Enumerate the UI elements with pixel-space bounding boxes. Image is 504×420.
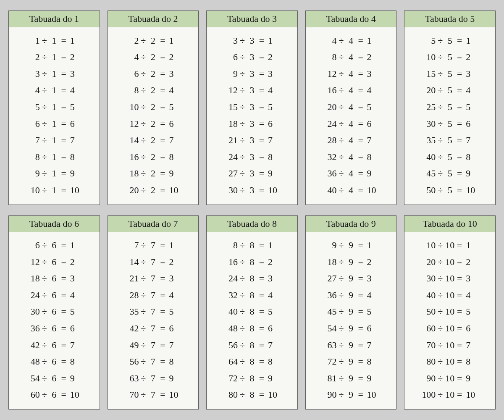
divisor: 6 (49, 240, 59, 251)
table-row: 6÷2=3 (114, 68, 193, 79)
quotient: 6 (68, 118, 83, 129)
table-row: 16÷8=2 (213, 257, 291, 268)
equals-sign: = (158, 168, 167, 179)
quotient: 6 (365, 323, 380, 334)
equals-sign: = (356, 340, 365, 351)
division-sign: ÷ (139, 240, 148, 251)
division-sign: ÷ (238, 340, 247, 351)
quotient: 4 (365, 85, 380, 96)
quotient: 5 (68, 102, 83, 113)
quotient: 8 (464, 356, 478, 367)
division-sign: ÷ (436, 185, 445, 196)
divisor: 3 (247, 52, 257, 63)
divisor: 10 (445, 306, 455, 317)
division-sign: ÷ (139, 323, 148, 334)
divisor: 9 (346, 356, 356, 367)
table-row: 40÷8=5 (213, 306, 291, 317)
dividend: 8 (124, 85, 139, 96)
dividend: 63 (124, 373, 139, 384)
equals-sign: = (257, 118, 266, 129)
equals-sign: = (455, 373, 464, 384)
divisor: 6 (49, 373, 59, 384)
dividend: 50 (421, 306, 436, 317)
table-row: 27÷3=9 (213, 168, 291, 179)
quotient: 4 (167, 85, 181, 96)
equals-sign: = (59, 185, 68, 196)
table-row: 8÷2=4 (114, 85, 193, 96)
table-row: 24÷3=8 (213, 152, 291, 163)
divisor: 7 (148, 323, 158, 334)
table-title: Tabuada do 3 (207, 11, 297, 27)
divisor: 1 (49, 168, 59, 179)
table-row: 18÷6=3 (15, 273, 94, 284)
quotient: 2 (365, 257, 380, 268)
divisor: 10 (445, 340, 455, 351)
table-row: 1÷1=1 (15, 35, 94, 46)
table-row: 14÷7=2 (114, 257, 193, 268)
equals-sign: = (158, 389, 167, 400)
quotient: 7 (68, 340, 83, 351)
divisor: 8 (247, 290, 257, 301)
quotient: 3 (68, 273, 83, 284)
divisor: 3 (247, 152, 257, 163)
equals-sign: = (59, 68, 68, 79)
dividend: 32 (323, 152, 337, 163)
table-row: 30÷6=5 (15, 306, 94, 317)
table-row: 49÷7=7 (114, 340, 193, 351)
quotient: 2 (167, 257, 181, 268)
dividend: 18 (323, 257, 337, 268)
quotient: 7 (68, 135, 83, 146)
quotient: 10 (167, 389, 181, 400)
quotient: 5 (167, 102, 181, 113)
dividend: 24 (323, 118, 337, 129)
quotient: 7 (365, 340, 380, 351)
quotient: 9 (68, 373, 83, 384)
dividend: 40 (421, 290, 436, 301)
divisor: 2 (148, 85, 158, 96)
equals-sign: = (257, 257, 266, 268)
quotient: 2 (68, 257, 83, 268)
divisor: 4 (346, 118, 356, 129)
table-row: 40÷5=8 (410, 152, 489, 163)
quotient: 3 (266, 273, 281, 284)
equals-sign: = (455, 290, 464, 301)
table-row: 10÷5=2 (410, 52, 489, 63)
division-sign: ÷ (436, 68, 445, 79)
equals-sign: = (455, 185, 464, 196)
equals-sign: = (257, 85, 266, 96)
division-sign: ÷ (40, 52, 49, 63)
dividend: 48 (223, 323, 238, 334)
divisor: 6 (49, 290, 59, 301)
equals-sign: = (257, 185, 266, 196)
equals-sign: = (59, 135, 68, 146)
divisor: 6 (49, 356, 59, 367)
dividend: 70 (124, 389, 139, 400)
table-row: 50÷5=10 (410, 185, 489, 196)
division-sign: ÷ (337, 306, 346, 317)
equals-sign: = (158, 306, 167, 317)
table-row: 4÷1=4 (15, 85, 94, 96)
quotient: 4 (266, 290, 281, 301)
table-row: 70÷7=10 (114, 389, 193, 400)
division-sign: ÷ (337, 85, 346, 96)
equals-sign: = (455, 356, 464, 367)
quotient: 8 (68, 356, 83, 367)
division-sign: ÷ (337, 118, 346, 129)
quotient: 9 (464, 373, 478, 384)
quotient: 10 (167, 185, 181, 196)
division-sign: ÷ (139, 68, 148, 79)
quotient: 6 (464, 323, 478, 334)
divisor: 7 (148, 273, 158, 284)
table-body: 7÷7=114÷7=221÷7=328÷7=435÷7=542÷7=649÷7=… (108, 232, 199, 410)
division-table-9: Tabuada do 99÷9=118÷9=227÷9=336÷9=445÷9=… (305, 215, 397, 410)
table-row: 6÷6=1 (15, 240, 94, 251)
table-row: 70÷10=7 (410, 340, 489, 351)
equals-sign: = (455, 168, 464, 179)
table-body: 4÷4=18÷4=212÷4=316÷4=420÷4=524÷4=628÷4=7… (306, 27, 396, 205)
divisor: 4 (346, 68, 356, 79)
table-row: 48÷8=6 (213, 323, 291, 334)
table-row: 42÷6=7 (15, 340, 94, 351)
divisor: 9 (346, 290, 356, 301)
quotient: 4 (68, 290, 83, 301)
dividend: 24 (223, 273, 238, 284)
